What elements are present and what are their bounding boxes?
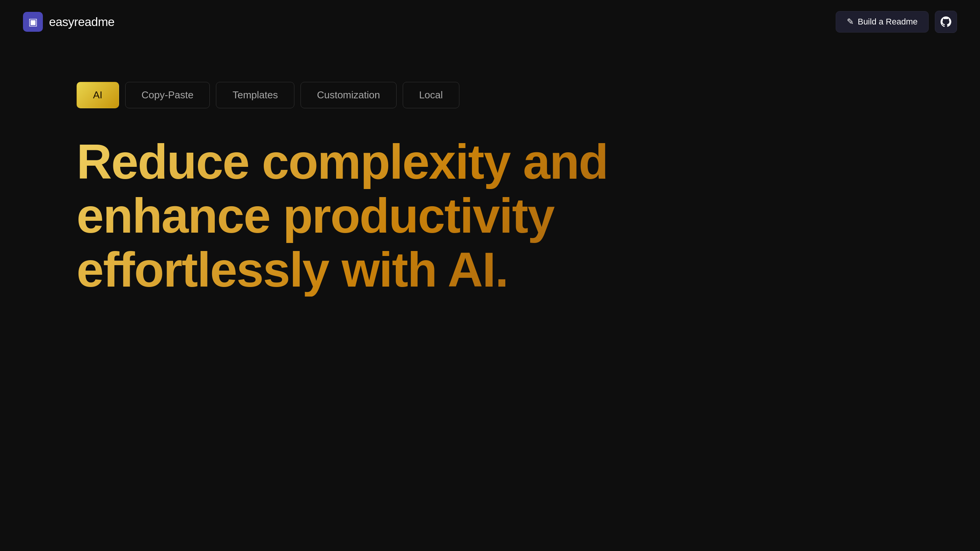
- tabs-row: AI Copy-Paste Templates Customization Lo…: [77, 82, 903, 108]
- build-readme-label: Build a Readme: [858, 17, 918, 27]
- nav-left: ▣ easyreadme: [23, 12, 114, 32]
- logo-symbol: ▣: [28, 16, 38, 28]
- tab-ai[interactable]: AI: [77, 82, 119, 108]
- navbar: ▣ easyreadme ✎ Build a Readme: [0, 0, 980, 44]
- tab-customization[interactable]: Customization: [301, 82, 397, 108]
- hero-line3: effortlessly with AI.: [77, 242, 508, 297]
- tab-copy-paste[interactable]: Copy-Paste: [125, 82, 210, 108]
- brand-name: easyreadme: [49, 15, 114, 29]
- tab-templates[interactable]: Templates: [216, 82, 294, 108]
- tab-local[interactable]: Local: [403, 82, 459, 108]
- pencil-icon: ✎: [847, 17, 854, 27]
- nav-right: ✎ Build a Readme: [836, 11, 957, 33]
- github-button[interactable]: [935, 11, 957, 33]
- hero-heading: Reduce complexity and enhance productivi…: [77, 135, 612, 297]
- github-icon: [941, 16, 951, 27]
- main-content: AI Copy-Paste Templates Customization Lo…: [0, 44, 980, 297]
- hero-line1: Reduce complexity and: [77, 134, 608, 189]
- hero-line2: enhance productivity: [77, 188, 554, 243]
- logo-icon: ▣: [23, 12, 43, 32]
- build-readme-button[interactable]: ✎ Build a Readme: [836, 11, 929, 33]
